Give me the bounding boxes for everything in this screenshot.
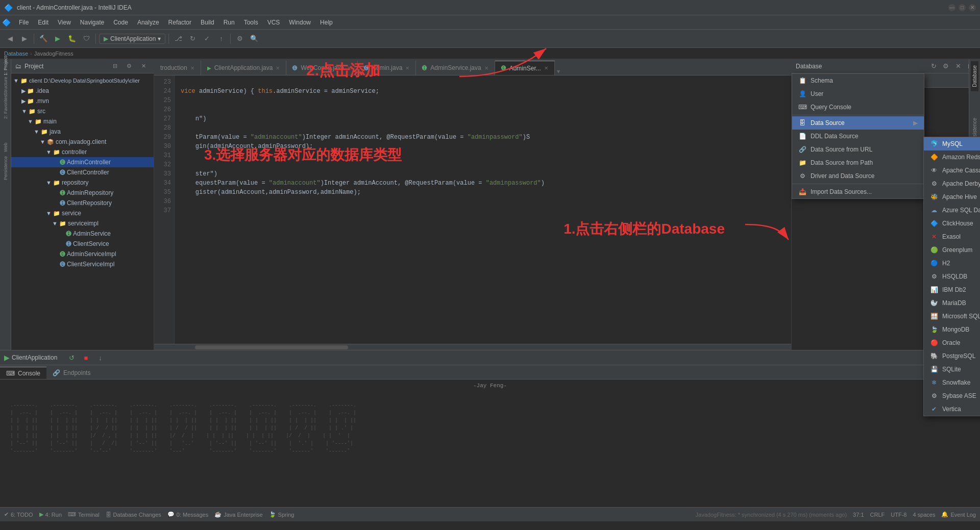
db-snowflake[interactable]: ❄ Snowflake xyxy=(924,376,980,389)
persistence-icon[interactable]: Persistence xyxy=(1,163,10,172)
toolbar-build[interactable]: 🔨 xyxy=(37,33,50,45)
menu-tools[interactable]: Tools xyxy=(240,17,262,28)
tab-admin-ser-close[interactable]: ✕ xyxy=(544,65,548,71)
close-button[interactable]: ✕ xyxy=(969,4,976,11)
tree-item-src[interactable]: ▼ 📁 src xyxy=(11,106,154,116)
toolbar-update[interactable]: ↻ xyxy=(186,33,199,45)
tree-item-controller[interactable]: ▼ 📁 controller xyxy=(11,147,154,157)
tree-item-admin-service-impl[interactable]: 🅒 AdminServiceImpl xyxy=(11,249,154,259)
db-ibm-db2[interactable]: 📊 IBM Db2 xyxy=(924,283,980,296)
tab-client-app[interactable]: ▶ ClientApplication.java ✕ xyxy=(201,61,287,75)
console-tab-console[interactable]: ⌨ Console xyxy=(0,367,46,379)
db-sqlite[interactable]: 💾 SQLite xyxy=(924,363,980,376)
run-restart[interactable]: ↺ xyxy=(65,351,78,364)
toolbar-settings[interactable]: ⚙ xyxy=(234,33,246,45)
web-icon[interactable]: Web xyxy=(1,143,10,152)
status-run[interactable]: ▶ 4: Run xyxy=(39,511,62,518)
menu-window[interactable]: Window xyxy=(285,17,315,28)
ctx-data-source[interactable]: 🗄 Data Source ▶ xyxy=(792,116,924,130)
tree-item-client-service-impl[interactable]: 🅒 ClientServiceImpl xyxy=(11,259,154,269)
db-h2[interactable]: 🔵 H2 xyxy=(924,257,980,270)
menu-view[interactable]: View xyxy=(54,17,75,28)
menu-refactor[interactable]: Refactor xyxy=(164,17,195,28)
ctx-schema[interactable]: 📋 Schema xyxy=(792,74,924,87)
toolbar-commit[interactable]: ✓ xyxy=(201,33,213,45)
db-apache-cassandra[interactable]: 👁 Apache Cassandra xyxy=(924,164,980,177)
scrollbar-thumb[interactable] xyxy=(195,345,348,349)
tree-item-service[interactable]: ▼ 📁 service xyxy=(11,208,154,218)
menu-analyze[interactable]: Analyze xyxy=(133,17,163,28)
toolbar-run[interactable]: ▶ xyxy=(52,33,64,45)
db-hsqldb[interactable]: ⚙ HSQLDB xyxy=(924,270,980,283)
db-sync-btn[interactable]: ↻ xyxy=(928,61,939,72)
toolbar-run-with-coverage[interactable]: 🛡 xyxy=(80,33,92,45)
db-mysql[interactable]: 🐬 MySQL xyxy=(924,137,980,150)
db-close-btn[interactable]: ✕ xyxy=(952,61,964,72)
tab-overflow[interactable]: ▾ xyxy=(555,68,562,75)
right-tab-database[interactable]: Database xyxy=(971,61,978,91)
tree-item-admin-controller[interactable]: 🅒 AdminController xyxy=(11,157,154,167)
tab-webconfig[interactable]: 🅒 WebConfig.java ✕ xyxy=(286,61,358,75)
tree-item-admin-service[interactable]: 🅘 AdminService xyxy=(11,229,154,239)
status-crlf[interactable]: CRLF xyxy=(870,512,885,518)
ctx-driver-ds[interactable]: ⚙ Driver and Data Source xyxy=(792,169,924,183)
horizontal-scrollbar[interactable] xyxy=(154,344,791,350)
status-db-changes[interactable]: 🗄 Database Changes xyxy=(106,512,161,518)
project-settings[interactable]: ⚙ xyxy=(123,60,135,72)
tab-client-app-close[interactable]: ✕ xyxy=(276,65,280,71)
tree-item-client-repo[interactable]: 🅘 ClientRepository xyxy=(11,198,154,208)
db-azure-sql[interactable]: ☁ Azure SQL Database xyxy=(924,204,980,217)
tree-item-mvn[interactable]: ▶ 📁 .mvn xyxy=(11,96,154,106)
db-mariadb[interactable]: 🦭 MariaDB xyxy=(924,296,980,310)
project-tab-icon[interactable]: 1: Project xyxy=(1,61,10,70)
minimize-button[interactable]: — xyxy=(948,4,955,11)
menu-code[interactable]: Code xyxy=(109,17,132,28)
toolbar-forward[interactable]: ▶ xyxy=(18,33,31,45)
tab-webconfig-close[interactable]: ✕ xyxy=(347,65,351,71)
status-position[interactable]: 37:1 xyxy=(853,512,864,518)
tree-item-idea[interactable]: ▶ 📁 .idea xyxy=(11,86,154,96)
tree-item-admin-repo[interactable]: 🅘 AdminRepository xyxy=(11,188,154,198)
ctx-ds-url[interactable]: 🔗 Data Source from URL xyxy=(792,143,924,156)
db-apache-derby[interactable]: ⚙ Apache Derby xyxy=(924,177,980,190)
menu-help[interactable]: Help xyxy=(316,17,337,28)
menu-run[interactable]: Run xyxy=(219,17,239,28)
db-vertica[interactable]: ✔ Vertica xyxy=(924,402,980,416)
tab-troduction[interactable]: troduction ✕ xyxy=(154,61,201,75)
db-clickhouse[interactable]: 🔷 ClickHouse xyxy=(924,217,980,230)
toolbar-git[interactable]: ⎇ xyxy=(172,33,184,45)
status-messages[interactable]: 💬 0: Messages xyxy=(167,511,208,518)
status-todo[interactable]: ✔ 6: TODO xyxy=(4,511,33,518)
breadcrumb-db[interactable]: Database xyxy=(4,51,28,57)
db-postgresql[interactable]: 🐘 PostgreSQL xyxy=(924,349,980,363)
db-mssql[interactable]: 🪟 Microsoft SQL Server xyxy=(924,310,980,323)
toolbar-search[interactable]: 🔍 xyxy=(248,33,260,45)
tab-admin[interactable]: 🅒 Admin.java ✕ xyxy=(358,61,416,75)
tab-admin-service-close[interactable]: ✕ xyxy=(484,65,488,71)
toolbar-back[interactable]: ◀ xyxy=(4,33,16,45)
db-mongodb[interactable]: 🍃 MongoDB xyxy=(924,323,980,336)
db-amazon-redshift[interactable]: 🔶 Amazon Redshift xyxy=(924,150,980,164)
tree-item-repository[interactable]: ▼ 📁 repository xyxy=(11,178,154,188)
run-stop[interactable]: ■ xyxy=(80,351,92,364)
favorites-icon[interactable]: 2: Favorites xyxy=(1,102,10,111)
ctx-query-console[interactable]: ⌨ Query Console xyxy=(792,100,924,114)
menu-file[interactable]: File xyxy=(15,17,33,28)
tree-item-client-service[interactable]: 🅘 ClientService xyxy=(11,239,154,249)
tree-item-main[interactable]: ▼ 📁 main xyxy=(11,116,154,127)
status-indent[interactable]: 4 spaces xyxy=(913,512,935,518)
toolbar-push[interactable]: ↑ xyxy=(215,33,227,45)
console-tab-endpoints[interactable]: 🔗 Endpoints xyxy=(46,367,96,379)
tab-admin-service[interactable]: 🅘 AdminService.java ✕ xyxy=(416,61,495,75)
tab-troduction-close[interactable]: ✕ xyxy=(190,65,194,71)
tree-item-java[interactable]: ▼ 📁 java xyxy=(11,127,154,137)
tree-item-package[interactable]: ▼ 📦 com.javadog.client xyxy=(11,137,154,147)
project-collapse-all[interactable]: ⊟ xyxy=(109,60,121,72)
status-terminal[interactable]: ⌨ Terminal xyxy=(68,511,100,518)
menu-edit[interactable]: Edit xyxy=(34,17,53,28)
db-greenplum[interactable]: 🟢 Greenplum xyxy=(924,243,980,257)
breadcrumb-project[interactable]: JavadogFitness xyxy=(34,51,74,57)
run-config-selector[interactable]: ▶ ClientApplication ▾ xyxy=(99,34,165,44)
menu-navigate[interactable]: Navigate xyxy=(76,17,108,28)
ctx-ds-path[interactable]: 📁 Data Source from Path xyxy=(792,156,924,169)
